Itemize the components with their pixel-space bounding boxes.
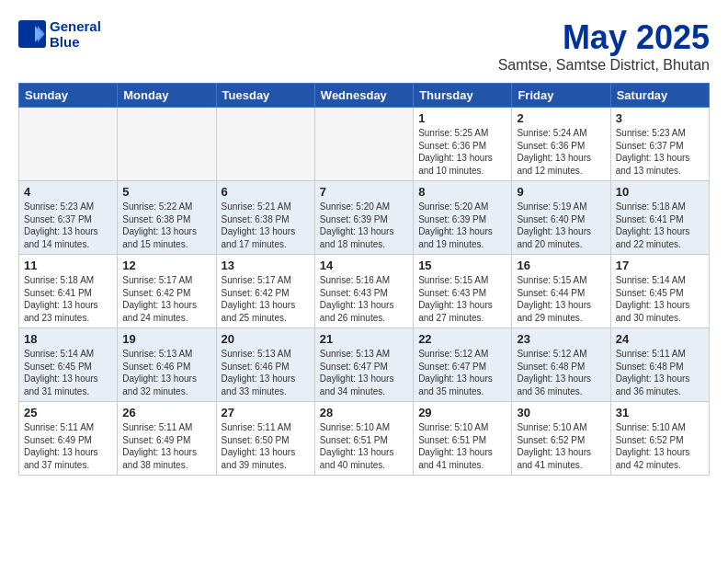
calendar-cell: 10Sunrise: 5:18 AM Sunset: 6:41 PM Dayli… xyxy=(610,181,709,255)
day-number: 5 xyxy=(122,185,210,199)
calendar-cell: 7Sunrise: 5:20 AM Sunset: 6:39 PM Daylig… xyxy=(314,181,413,255)
subtitle: Samtse, Samtse District, Bhutan xyxy=(498,57,710,74)
week-row-5: 25Sunrise: 5:11 AM Sunset: 6:49 PM Dayli… xyxy=(19,402,710,476)
calendar-cell: 14Sunrise: 5:16 AM Sunset: 6:43 PM Dayli… xyxy=(314,255,413,328)
day-number: 6 xyxy=(222,185,310,199)
day-number: 22 xyxy=(418,332,506,346)
calendar-cell: 8Sunrise: 5:20 AM Sunset: 6:39 PM Daylig… xyxy=(414,181,512,255)
col-header-tuesday: Tuesday xyxy=(216,84,314,108)
day-info: Sunrise: 5:17 AM Sunset: 6:42 PM Dayligh… xyxy=(122,274,210,324)
day-info: Sunrise: 5:18 AM Sunset: 6:41 PM Dayligh… xyxy=(616,201,704,250)
day-info: Sunrise: 5:14 AM Sunset: 6:45 PM Dayligh… xyxy=(616,274,704,324)
day-info: Sunrise: 5:13 AM Sunset: 6:46 PM Dayligh… xyxy=(122,348,210,397)
logo-icon xyxy=(18,20,46,48)
calendar-cell: 12Sunrise: 5:17 AM Sunset: 6:42 PM Dayli… xyxy=(118,255,216,328)
day-info: Sunrise: 5:10 AM Sunset: 6:51 PM Dayligh… xyxy=(320,421,408,471)
day-info: Sunrise: 5:23 AM Sunset: 6:37 PM Dayligh… xyxy=(24,201,112,250)
day-info: Sunrise: 5:10 AM Sunset: 6:51 PM Dayligh… xyxy=(418,421,506,471)
calendar-cell xyxy=(216,108,314,181)
col-header-sunday: Sunday xyxy=(19,84,118,108)
calendar-cell: 18Sunrise: 5:14 AM Sunset: 6:45 PM Dayli… xyxy=(19,328,118,402)
calendar-cell: 9Sunrise: 5:19 AM Sunset: 6:40 PM Daylig… xyxy=(512,181,610,255)
day-headers-row: SundayMondayTuesdayWednesdayThursdayFrid… xyxy=(19,84,710,108)
page: General Blue May 2025 Samtse, Samtse Dis… xyxy=(0,0,728,485)
calendar-cell: 26Sunrise: 5:11 AM Sunset: 6:49 PM Dayli… xyxy=(118,402,216,476)
title-block: May 2025 Samtse, Samtse District, Bhutan xyxy=(498,18,710,74)
day-info: Sunrise: 5:13 AM Sunset: 6:47 PM Dayligh… xyxy=(320,348,408,397)
day-number: 13 xyxy=(222,259,310,272)
day-number: 17 xyxy=(616,259,704,272)
day-info: Sunrise: 5:15 AM Sunset: 6:43 PM Dayligh… xyxy=(418,274,506,324)
calendar-cell xyxy=(118,108,216,181)
calendar-table: SundayMondayTuesdayWednesdayThursdayFrid… xyxy=(18,83,710,476)
day-number: 18 xyxy=(24,332,112,346)
day-info: Sunrise: 5:19 AM Sunset: 6:40 PM Dayligh… xyxy=(517,201,605,250)
calendar-cell xyxy=(314,108,413,181)
day-info: Sunrise: 5:20 AM Sunset: 6:39 PM Dayligh… xyxy=(418,201,506,250)
day-number: 26 xyxy=(122,406,210,419)
calendar-cell: 24Sunrise: 5:11 AM Sunset: 6:48 PM Dayli… xyxy=(610,328,709,402)
week-row-4: 18Sunrise: 5:14 AM Sunset: 6:45 PM Dayli… xyxy=(19,328,710,402)
day-number: 20 xyxy=(222,332,310,346)
calendar-cell: 30Sunrise: 5:10 AM Sunset: 6:52 PM Dayli… xyxy=(512,402,610,476)
day-number: 27 xyxy=(222,406,310,419)
day-number: 14 xyxy=(320,259,408,272)
day-info: Sunrise: 5:11 AM Sunset: 6:50 PM Dayligh… xyxy=(222,421,310,471)
day-number: 10 xyxy=(616,185,704,199)
day-info: Sunrise: 5:11 AM Sunset: 6:48 PM Dayligh… xyxy=(616,348,704,397)
day-number: 28 xyxy=(320,406,408,419)
logo-text: General Blue xyxy=(50,18,101,50)
day-info: Sunrise: 5:11 AM Sunset: 6:49 PM Dayligh… xyxy=(24,421,112,471)
day-number: 12 xyxy=(122,259,210,272)
col-header-wednesday: Wednesday xyxy=(314,84,413,108)
day-info: Sunrise: 5:14 AM Sunset: 6:45 PM Dayligh… xyxy=(24,348,112,397)
week-row-1: 1Sunrise: 5:25 AM Sunset: 6:36 PM Daylig… xyxy=(19,108,710,181)
day-info: Sunrise: 5:12 AM Sunset: 6:48 PM Dayligh… xyxy=(517,348,605,397)
calendar-cell: 22Sunrise: 5:12 AM Sunset: 6:47 PM Dayli… xyxy=(414,328,512,402)
day-info: Sunrise: 5:12 AM Sunset: 6:47 PM Dayligh… xyxy=(418,348,506,397)
day-info: Sunrise: 5:11 AM Sunset: 6:49 PM Dayligh… xyxy=(122,421,210,471)
col-header-friday: Friday xyxy=(512,84,610,108)
calendar-cell: 19Sunrise: 5:13 AM Sunset: 6:46 PM Dayli… xyxy=(118,328,216,402)
day-info: Sunrise: 5:17 AM Sunset: 6:42 PM Dayligh… xyxy=(222,274,310,324)
day-number: 16 xyxy=(517,259,605,272)
header: General Blue May 2025 Samtse, Samtse Dis… xyxy=(18,18,710,74)
day-number: 19 xyxy=(122,332,210,346)
calendar-cell: 6Sunrise: 5:21 AM Sunset: 6:38 PM Daylig… xyxy=(216,181,314,255)
day-info: Sunrise: 5:13 AM Sunset: 6:46 PM Dayligh… xyxy=(222,348,310,397)
calendar-cell: 27Sunrise: 5:11 AM Sunset: 6:50 PM Dayli… xyxy=(216,402,314,476)
day-info: Sunrise: 5:20 AM Sunset: 6:39 PM Dayligh… xyxy=(320,201,408,250)
col-header-saturday: Saturday xyxy=(610,84,709,108)
day-info: Sunrise: 5:18 AM Sunset: 6:41 PM Dayligh… xyxy=(24,274,112,324)
day-info: Sunrise: 5:23 AM Sunset: 6:37 PM Dayligh… xyxy=(616,127,704,177)
day-number: 21 xyxy=(320,332,408,346)
calendar-cell: 20Sunrise: 5:13 AM Sunset: 6:46 PM Dayli… xyxy=(216,328,314,402)
calendar-cell: 4Sunrise: 5:23 AM Sunset: 6:37 PM Daylig… xyxy=(19,181,118,255)
day-info: Sunrise: 5:16 AM Sunset: 6:43 PM Dayligh… xyxy=(320,274,408,324)
day-number: 23 xyxy=(517,332,605,346)
day-info: Sunrise: 5:10 AM Sunset: 6:52 PM Dayligh… xyxy=(517,421,605,471)
calendar-cell: 16Sunrise: 5:15 AM Sunset: 6:44 PM Dayli… xyxy=(512,255,610,328)
day-info: Sunrise: 5:25 AM Sunset: 6:36 PM Dayligh… xyxy=(418,127,506,177)
calendar-cell: 29Sunrise: 5:10 AM Sunset: 6:51 PM Dayli… xyxy=(414,402,512,476)
col-header-monday: Monday xyxy=(118,84,216,108)
day-number: 3 xyxy=(616,111,704,125)
day-number: 4 xyxy=(24,185,112,199)
day-info: Sunrise: 5:24 AM Sunset: 6:36 PM Dayligh… xyxy=(517,127,605,177)
day-number: 24 xyxy=(616,332,704,346)
calendar-cell: 23Sunrise: 5:12 AM Sunset: 6:48 PM Dayli… xyxy=(512,328,610,402)
day-number: 1 xyxy=(418,111,506,125)
calendar-cell: 17Sunrise: 5:14 AM Sunset: 6:45 PM Dayli… xyxy=(610,255,709,328)
calendar-cell: 5Sunrise: 5:22 AM Sunset: 6:38 PM Daylig… xyxy=(118,181,216,255)
day-number: 31 xyxy=(616,406,704,419)
week-row-2: 4Sunrise: 5:23 AM Sunset: 6:37 PM Daylig… xyxy=(19,181,710,255)
day-number: 2 xyxy=(517,111,605,125)
calendar-cell: 3Sunrise: 5:23 AM Sunset: 6:37 PM Daylig… xyxy=(610,108,709,181)
day-info: Sunrise: 5:22 AM Sunset: 6:38 PM Dayligh… xyxy=(122,201,210,250)
calendar-cell: 28Sunrise: 5:10 AM Sunset: 6:51 PM Dayli… xyxy=(314,402,413,476)
day-info: Sunrise: 5:10 AM Sunset: 6:52 PM Dayligh… xyxy=(616,421,704,471)
calendar-cell: 13Sunrise: 5:17 AM Sunset: 6:42 PM Dayli… xyxy=(216,255,314,328)
calendar-cell: 1Sunrise: 5:25 AM Sunset: 6:36 PM Daylig… xyxy=(414,108,512,181)
day-number: 9 xyxy=(517,185,605,199)
day-number: 30 xyxy=(517,406,605,419)
